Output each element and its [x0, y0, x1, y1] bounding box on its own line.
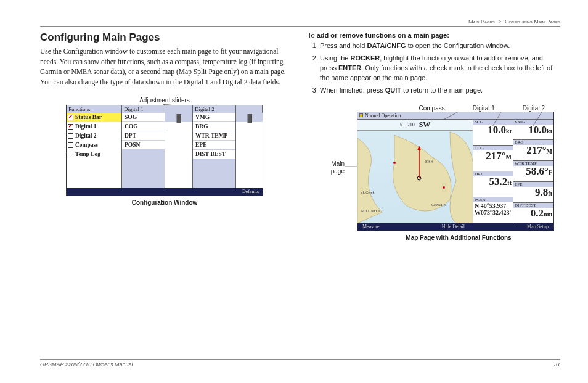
slider-header-2 — [236, 105, 263, 113]
function-label: Temp Log — [75, 151, 100, 157]
data-field-value: N 40°53.937'W073°32.423' — [475, 202, 512, 216]
map-page-figure: Compass Digital 1 Digital 2 Main page No… — [308, 105, 560, 241]
data-field-cog: COG217°M — [473, 146, 513, 171]
function-label: Status Bar — [75, 114, 102, 120]
map-page-caption: Map Page with Additional Functions — [308, 234, 560, 241]
data-field-option[interactable]: DIST DEST — [193, 150, 235, 159]
procedure-title: To add or remove functions on a main pag… — [308, 31, 560, 39]
data-field-brg: BRG217°M — [513, 140, 553, 161]
function-label: Digital 2 — [75, 133, 97, 139]
function-row-status-bar[interactable]: Status Bar — [67, 113, 121, 122]
data-field-value: 217°M — [475, 150, 512, 162]
function-label: Digital 1 — [75, 123, 97, 130]
data-field-option[interactable]: BRG — [193, 122, 235, 131]
svg-text:CENTRE: CENTRE — [431, 203, 446, 207]
page-title: Configuring Main Pages — [40, 31, 289, 44]
data-field-value: 0.2nm — [515, 208, 552, 220]
configuration-window-figure: Adjustment sliders Functions Digital 1 D… — [40, 97, 289, 206]
softkey-map-setup[interactable]: Map Setup — [527, 224, 549, 229]
function-row-compass[interactable]: Compass — [67, 141, 121, 150]
checkbox-icon[interactable] — [68, 115, 73, 120]
data-field-value: 58.6°F — [515, 166, 552, 178]
data-field-value: 9.8ft — [515, 187, 552, 199]
label-compass: Compass — [419, 105, 444, 112]
manual-title: GPSMAP 2206/2210 Owner's Manual — [40, 361, 133, 368]
checkbox-icon[interactable] — [68, 124, 73, 130]
data-field-wtr-temp: WTR TEMP58.6°F — [513, 161, 553, 182]
breadcrumb: Main Pages > Configuring Main Pages — [40, 19, 560, 27]
adjustment-slider-2[interactable] — [236, 113, 263, 188]
svg-point-7 — [393, 162, 396, 164]
data-field-value: 10.0kt — [515, 125, 552, 136]
map-titlebar: Normal Operation — [357, 112, 553, 120]
checkbox-icon[interactable] — [68, 133, 73, 139]
data-field-option[interactable]: DPT — [122, 131, 165, 141]
data-field-option[interactable]: EPE — [193, 141, 235, 150]
svg-text:MILL NECK: MILL NECK — [361, 209, 382, 213]
column-header-digital2: Digital 2 — [193, 105, 236, 113]
checkbox-icon[interactable] — [68, 152, 73, 157]
checkbox-icon[interactable] — [68, 142, 73, 148]
function-row-digital-2[interactable]: Digital 2 — [67, 131, 121, 141]
data-field-option[interactable]: COG — [122, 122, 165, 131]
data-field-value: 217°M — [515, 145, 552, 157]
function-row-digital-1[interactable]: Digital 1 — [67, 122, 121, 131]
data-field-label: POSN — [473, 197, 513, 202]
softkey-measure[interactable]: Measure — [362, 224, 380, 229]
label-digital1: Digital 1 — [473, 105, 495, 112]
defaults-button[interactable]: Defaults — [242, 189, 259, 194]
procedure-steps: Press and hold DATA/CNFG to open the Con… — [308, 41, 560, 96]
data-field-posn: POSNN 40°53.937'W073°32.423' — [473, 197, 513, 223]
svg-text:ck Creek: ck Creek — [361, 191, 375, 194]
slider-header-1 — [165, 105, 193, 113]
adjustment-slider-1[interactable] — [165, 113, 193, 188]
data-field-option[interactable]: WTR TEMP — [193, 131, 235, 141]
data-field-option[interactable]: VMG — [193, 113, 235, 122]
data-field-value: 10.0kt — [475, 125, 512, 136]
config-window-caption: Configuration Window — [40, 199, 289, 206]
data-field-value: 53.2ft — [475, 176, 512, 188]
function-row-temp-log[interactable]: Temp Log — [67, 150, 121, 159]
procedure-step: Press and hold DATA/CNFG to open the Con… — [320, 41, 560, 51]
map-softkey-bar: Measure Hide Detail Map Setup — [357, 223, 553, 231]
label-digital2: Digital 2 — [523, 105, 545, 112]
map-chart-area[interactable]: 5 210 SW ck Cre — [357, 120, 473, 223]
label-main-page: Main page — [320, 160, 345, 175]
data-field-option[interactable]: SOG — [122, 113, 165, 122]
data-field-epe: EPE9.8ft — [513, 182, 553, 203]
function-label: Compass — [75, 142, 98, 148]
procedure-step: When finished, press QUIT to return to t… — [320, 86, 560, 96]
column-header-digital1: Digital 1 — [122, 105, 165, 113]
page-footer: GPSMAP 2206/2210 Owner's Manual 31 — [40, 359, 560, 368]
data-field-option[interactable]: POSN — [122, 141, 165, 150]
page-number: 31 — [554, 361, 560, 368]
column-header-functions: Functions — [67, 105, 122, 113]
procedure-step: Using the ROCKER, highlight the function… — [320, 54, 560, 83]
data-field-vmg: VMG10.0kt — [513, 120, 553, 141]
data-field-dist-dest: DIST DEST0.2nm — [513, 203, 553, 223]
svg-point-8 — [443, 186, 445, 189]
svg-text:FISH: FISH — [425, 160, 434, 163]
data-field-dpt: DPT53.2ft — [473, 171, 513, 197]
softkey-hide-detail[interactable]: Hide Detail — [442, 224, 465, 229]
data-field-sog: SOG10.0kt — [473, 120, 513, 146]
intro-text: Use the Configuration window to customiz… — [40, 46, 289, 88]
status-icon — [359, 113, 363, 117]
adjustment-sliders-label: Adjustment sliders — [40, 97, 289, 104]
